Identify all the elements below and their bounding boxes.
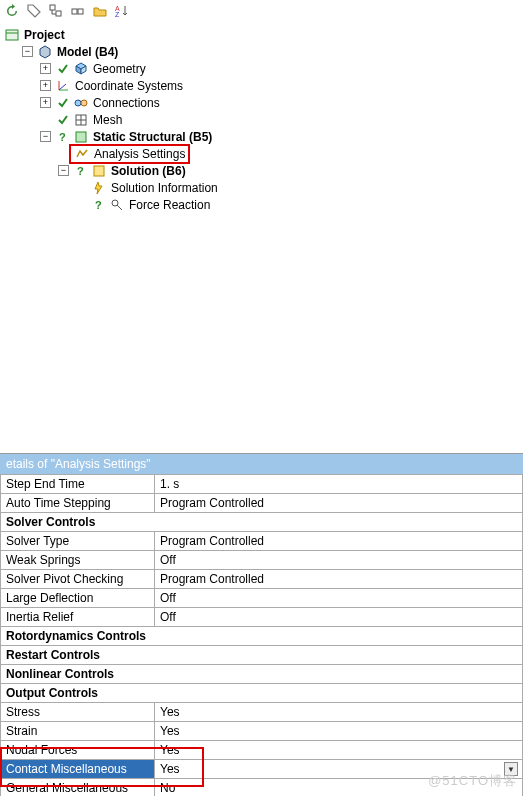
- svg-text:?: ?: [59, 131, 66, 143]
- collapse-tree-icon[interactable]: [70, 3, 86, 19]
- tree-label: Coordinate Systems: [73, 78, 183, 94]
- grid-section-row[interactable]: Rotordynamics Controls: [1, 627, 523, 646]
- property-grid: Step End Time1. s Auto Time SteppingProg…: [0, 474, 523, 796]
- tree-label: Project: [22, 27, 65, 43]
- tree-node-model[interactable]: − Model (B4): [2, 43, 521, 60]
- grid-row[interactable]: Solver Pivot CheckingProgram Controlled: [1, 570, 523, 589]
- details-panel-title: etails of "Analysis Settings": [0, 453, 523, 474]
- toolbar: AZ: [0, 0, 523, 22]
- prop-name: Contact Miscellaneous: [1, 760, 155, 779]
- svg-text:?: ?: [77, 165, 84, 177]
- prop-value-text: Yes: [160, 762, 180, 776]
- tree-node-connections[interactable]: + Connections: [2, 94, 521, 111]
- grid-row[interactable]: Weak SpringsOff: [1, 551, 523, 570]
- static-icon: [73, 129, 89, 145]
- svg-text:Z: Z: [115, 11, 120, 18]
- tree-node-analysis-settings[interactable]: Analysis Settings: [2, 145, 521, 162]
- geometry-icon: [73, 61, 89, 77]
- question-icon: ?: [91, 197, 107, 213]
- section-header: Restart Controls: [1, 646, 523, 665]
- grid-row[interactable]: Large DeflectionOff: [1, 589, 523, 608]
- refresh-icon[interactable]: [4, 3, 20, 19]
- grid-section-row[interactable]: Restart Controls: [1, 646, 523, 665]
- grid-row-nodal-forces[interactable]: Nodal ForcesYes: [1, 741, 523, 760]
- svg-text:?: ?: [95, 199, 102, 211]
- prop-value[interactable]: Program Controlled: [155, 494, 523, 513]
- question-icon: ?: [55, 129, 71, 145]
- prop-name: Strain: [1, 722, 155, 741]
- section-header: Output Controls: [1, 684, 523, 703]
- grid-row[interactable]: Solver TypeProgram Controlled: [1, 532, 523, 551]
- prop-value[interactable]: Off: [155, 589, 523, 608]
- tree-label: Solution (B6): [109, 163, 186, 179]
- tree-label: Solution Information: [109, 180, 218, 196]
- prop-value[interactable]: Program Controlled: [155, 532, 523, 551]
- prop-name: Step End Time: [1, 475, 155, 494]
- solution-icon: [91, 163, 107, 179]
- prop-value[interactable]: Yes: [155, 703, 523, 722]
- section-header: Solver Controls: [1, 513, 523, 532]
- grid-row[interactable]: Step End Time1. s: [1, 475, 523, 494]
- tree-label: Model (B4): [55, 44, 118, 60]
- svg-rect-4: [72, 9, 77, 14]
- tree-label: Geometry: [91, 61, 146, 77]
- svg-rect-8: [6, 30, 18, 40]
- tree-node-geometry[interactable]: + Geometry: [2, 60, 521, 77]
- mesh-icon: [73, 112, 89, 128]
- question-icon: ?: [73, 163, 89, 179]
- collapse-icon[interactable]: −: [40, 131, 51, 142]
- grid-row[interactable]: Auto Time SteppingProgram Controlled: [1, 494, 523, 513]
- svg-rect-0: [50, 5, 55, 10]
- collapse-icon[interactable]: −: [58, 165, 69, 176]
- outline-tree: Project − Model (B4) + Geometry + Coordi…: [0, 22, 523, 213]
- prop-value[interactable]: Off: [155, 551, 523, 570]
- probe-icon: [109, 197, 125, 213]
- expand-icon[interactable]: +: [40, 97, 51, 108]
- prop-name: Inertia Relief: [1, 608, 155, 627]
- prop-name: Auto Time Stepping: [1, 494, 155, 513]
- tree-node-solution[interactable]: − ? Solution (B6): [2, 162, 521, 179]
- analysis-settings-icon: [74, 146, 90, 162]
- sort-icon[interactable]: AZ: [114, 3, 130, 19]
- prop-value[interactable]: Yes: [155, 722, 523, 741]
- tree-node-coord[interactable]: + Coordinate Systems: [2, 77, 521, 94]
- prop-name: Weak Springs: [1, 551, 155, 570]
- expand-tree-icon[interactable]: [48, 3, 64, 19]
- grid-row[interactable]: StressYes: [1, 703, 523, 722]
- tree-label: Force Reaction: [127, 197, 210, 213]
- prop-value[interactable]: Yes: [155, 741, 523, 760]
- prop-name: Solver Pivot Checking: [1, 570, 155, 589]
- project-icon: [4, 27, 20, 43]
- folder-icon[interactable]: [92, 3, 108, 19]
- grid-section-row[interactable]: Output Controls: [1, 684, 523, 703]
- model-icon: [37, 44, 53, 60]
- tree-label: Mesh: [91, 112, 122, 128]
- tree-node-project[interactable]: Project: [2, 26, 521, 43]
- tree-label: Static Structural (B5): [91, 129, 212, 145]
- tree-node-static-structural[interactable]: − ? Static Structural (B5): [2, 128, 521, 145]
- expand-icon[interactable]: +: [40, 63, 51, 74]
- check-icon: [55, 112, 71, 128]
- section-header: Rotordynamics Controls: [1, 627, 523, 646]
- tree-node-force-reaction[interactable]: ? Force Reaction: [2, 196, 521, 213]
- svg-point-13: [75, 100, 81, 106]
- tree-label: Connections: [91, 95, 160, 111]
- highlight-red-box: Analysis Settings: [69, 144, 190, 164]
- grid-row[interactable]: StrainYes: [1, 722, 523, 741]
- grid-section-row[interactable]: Solver Controls: [1, 513, 523, 532]
- section-header: Nonlinear Controls: [1, 665, 523, 684]
- expand-icon[interactable]: +: [40, 80, 51, 91]
- tag-icon[interactable]: [26, 3, 42, 19]
- prop-value[interactable]: Off: [155, 608, 523, 627]
- prop-name: Nodal Forces: [1, 741, 155, 760]
- svg-line-12: [59, 84, 66, 90]
- grid-row[interactable]: Inertia ReliefOff: [1, 608, 523, 627]
- tree-node-solution-info[interactable]: Solution Information: [2, 179, 521, 196]
- svg-rect-1: [56, 11, 61, 16]
- tree-node-mesh[interactable]: Mesh: [2, 111, 521, 128]
- watermark: @51CTO博客: [428, 772, 517, 790]
- prop-value[interactable]: Program Controlled: [155, 570, 523, 589]
- grid-section-row[interactable]: Nonlinear Controls: [1, 665, 523, 684]
- prop-value[interactable]: 1. s: [155, 475, 523, 494]
- collapse-icon[interactable]: −: [22, 46, 33, 57]
